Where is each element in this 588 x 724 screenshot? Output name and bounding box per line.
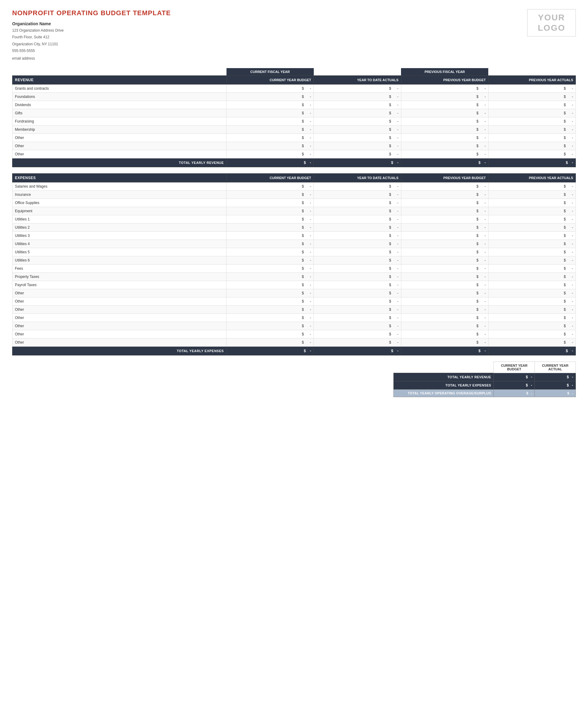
revenue-row-c2: $ - <box>314 101 401 109</box>
expense-row-c1: $ - <box>227 223 314 231</box>
expense-row-c1: $ - <box>227 297 314 305</box>
expense-row: Equipment $ - $ - $ - $ - <box>13 207 576 215</box>
exp-col-header-pya: PREVIOUS YEAR ACTUALS <box>488 173 575 182</box>
expense-row-c1: $ - <box>227 199 314 207</box>
revenue-row: Other $ - $ - $ - $ - <box>13 142 576 150</box>
revenue-row-label: Fundraising <box>13 117 227 125</box>
expense-row: Fees $ - $ - $ - $ - <box>13 264 576 272</box>
summary-section: CURRENT YEAR BUDGET CURRENT YEAR ACTUAL … <box>12 361 576 403</box>
expense-row: Other $ - $ - $ - $ - <box>13 330 576 338</box>
revenue-row-c2: $ - <box>314 125 401 133</box>
expense-row-c3: $ - <box>401 240 488 248</box>
expense-row: Other $ - $ - $ - $ - <box>13 322 576 330</box>
expense-row-c3: $ - <box>401 182 488 190</box>
revenue-row-c1: $ - <box>227 84 314 92</box>
expense-row: Utilities 2 $ - $ - $ - $ - <box>13 223 576 231</box>
expense-row-label: Other <box>13 289 227 297</box>
revenue-row: Fundraising $ - $ - $ - $ - <box>13 117 576 125</box>
revenue-row-c1: $ - <box>227 142 314 150</box>
summary-expenses-row: TOTAL YEARLY EXPENSES $ - $ - <box>394 381 576 389</box>
expense-row-c4: $ - <box>488 248 575 256</box>
summary-header-row: CURRENT YEAR BUDGET CURRENT YEAR ACTUAL <box>394 361 576 373</box>
revenue-row-c1: $ - <box>227 101 314 109</box>
expense-row: Insurance $ - $ - $ - $ - <box>13 190 576 199</box>
col-header-cyb: CURRENT YEAR BUDGET <box>227 76 314 84</box>
expense-row-c4: $ - <box>488 272 575 281</box>
expense-row-c2: $ - <box>314 215 401 223</box>
expense-row-c3: $ - <box>401 322 488 330</box>
expense-row: Utilities 6 $ - $ - $ - $ - <box>13 256 576 264</box>
expense-row-c3: $ - <box>401 215 488 223</box>
expense-row-c1: $ - <box>227 338 314 346</box>
expense-row-c3: $ - <box>401 305 488 313</box>
revenue-total-label: TOTAL YEARLY REVENUE <box>13 158 227 167</box>
col-header-pyb: PREVIOUS YEAR BUDGET <box>401 76 488 84</box>
expense-row-c2: $ - <box>314 281 401 289</box>
expense-total-label: TOTAL YEARLY EXPENSES <box>13 346 227 355</box>
revenue-row-label: Other <box>13 142 227 150</box>
revenue-row-c2: $ - <box>314 117 401 125</box>
expense-row-label: Office Supplies <box>13 199 227 207</box>
expense-row-c2: $ - <box>314 338 401 346</box>
expense-row-c1: $ - <box>227 182 314 190</box>
org-address2: Fourth Floor, Suite 412 <box>12 34 527 40</box>
expense-row-c1: $ - <box>227 190 314 199</box>
expense-row-c3: $ - <box>401 248 488 256</box>
expense-total-c4: $ - <box>488 346 575 355</box>
expense-row-c4: $ - <box>488 215 575 223</box>
expense-row-c4: $ - <box>488 289 575 297</box>
revenue-row-c4: $ - <box>488 142 575 150</box>
expense-row-c2: $ - <box>314 207 401 215</box>
expense-row-c2: $ - <box>314 199 401 207</box>
expense-row-label: Utilities 5 <box>13 248 227 256</box>
expense-row: Utilities 5 $ - $ - $ - $ - <box>13 248 576 256</box>
revenue-row-c3: $ - <box>401 117 488 125</box>
revenue-row-label: Membership <box>13 125 227 133</box>
revenue-row-c4: $ - <box>488 92 575 101</box>
revenue-row-c1: $ - <box>227 117 314 125</box>
revenue-row-c3: $ - <box>401 109 488 117</box>
revenue-row-c4: $ - <box>488 125 575 133</box>
current-fy-header: CURRENT FISCAL YEAR <box>227 68 314 76</box>
revenue-row: Gifts $ - $ - $ - $ - <box>13 109 576 117</box>
expense-row-c3: $ - <box>401 231 488 240</box>
summary-surplus-c2: $ - <box>535 389 576 397</box>
expense-row-c1: $ - <box>227 256 314 264</box>
expense-row-c3: $ - <box>401 199 488 207</box>
expense-row-c2: $ - <box>314 264 401 272</box>
expense-row-c3: $ - <box>401 207 488 215</box>
revenue-row-c1: $ - <box>227 125 314 133</box>
summary-col2-header: CURRENT YEAR ACTUAL <box>535 361 576 373</box>
revenue-row-c4: $ - <box>488 117 575 125</box>
expense-row-label: Property Taxes <box>13 272 227 281</box>
expense-row-c1: $ - <box>227 240 314 248</box>
expense-row: Other $ - $ - $ - $ - <box>13 297 576 305</box>
expense-row-c3: $ - <box>401 297 488 305</box>
expense-row-c4: $ - <box>488 231 575 240</box>
expense-row-c4: $ - <box>488 256 575 264</box>
revenue-row-c4: $ - <box>488 133 575 142</box>
revenue-row-c3: $ - <box>401 133 488 142</box>
expense-row-c4: $ - <box>488 330 575 338</box>
expense-row-c1: $ - <box>227 215 314 223</box>
revenue-total-c4: $ - <box>488 158 575 167</box>
expense-row-label: Utilities 2 <box>13 223 227 231</box>
expense-row: Office Supplies $ - $ - $ - $ - <box>13 199 576 207</box>
expense-row: Other $ - $ - $ - $ - <box>13 313 576 322</box>
expenses-col-header-row: EXPENSES CURRENT YEAR BUDGET YEAR TO DAT… <box>13 173 576 182</box>
summary-surplus-row: TOTAL YEARLY OPERATING OVERAGE/SURPLUS $… <box>394 389 576 397</box>
revenue-total-c2: $ - <box>314 158 401 167</box>
expense-row-c2: $ - <box>314 322 401 330</box>
revenue-row: Membership $ - $ - $ - $ - <box>13 125 576 133</box>
expense-row-c4: $ - <box>488 281 575 289</box>
revenue-row-c3: $ - <box>401 125 488 133</box>
expense-row: Property Taxes $ - $ - $ - $ - <box>13 272 576 281</box>
revenue-row: Dividends $ - $ - $ - $ - <box>13 101 576 109</box>
expense-row-c4: $ - <box>488 264 575 272</box>
expense-row-c2: $ - <box>314 289 401 297</box>
expense-row-c4: $ - <box>488 199 575 207</box>
revenue-row-c3: $ - <box>401 150 488 158</box>
expense-row-label: Utilities 3 <box>13 231 227 240</box>
expense-row-c2: $ - <box>314 248 401 256</box>
expense-row-c1: $ - <box>227 207 314 215</box>
